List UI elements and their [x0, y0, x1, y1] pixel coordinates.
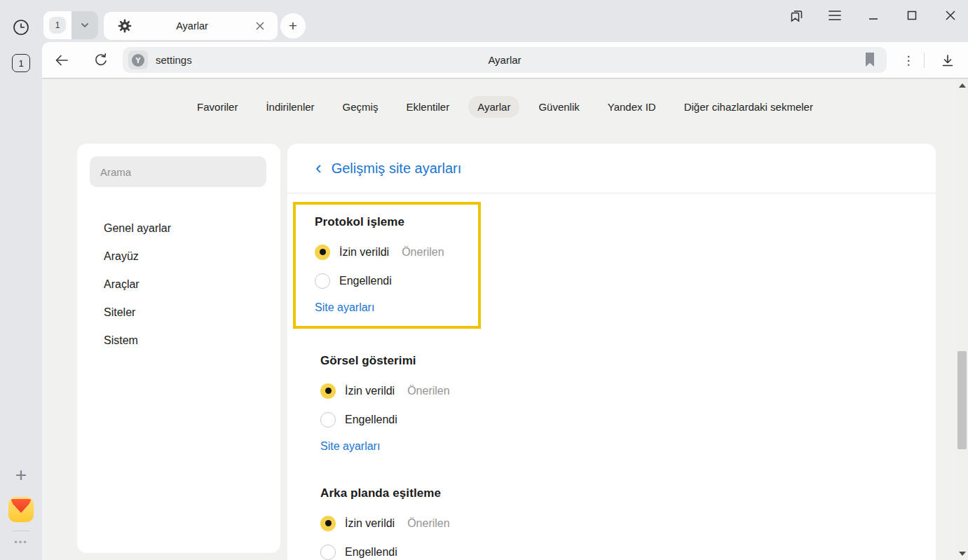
highlight-box: Protokol işleme İzin verildi Önerilen En…: [293, 202, 481, 329]
radio-option-engellendi[interactable]: Engellendi: [320, 405, 908, 434]
radio-option-izin-verildi[interactable]: İzin verildi Önerilen: [320, 509, 908, 538]
section-gorsel-gosterimi: Görsel gösterimi İzin verildi Önerilen E…: [320, 354, 908, 453]
tab-group-chevron[interactable]: [71, 11, 98, 39]
tab-title: Ayarlar: [132, 20, 252, 32]
tab-group-thumb[interactable]: 1: [43, 11, 71, 39]
history-clock-icon[interactable]: [12, 18, 30, 36]
radio-selected-icon[interactable]: [320, 383, 336, 399]
rail-add-icon[interactable]: +: [0, 464, 42, 486]
collections-icon[interactable]: [789, 8, 804, 23]
search-input[interactable]: [90, 156, 266, 187]
section-title: Görsel gösterimi: [320, 354, 908, 368]
radio-unselected-icon[interactable]: [320, 545, 336, 560]
window-controls: [789, 7, 958, 24]
tab-group-control[interactable]: 1: [43, 11, 98, 39]
option-label[interactable]: İzin verildi: [339, 246, 389, 259]
nav-favoriler[interactable]: Favoriler: [188, 96, 247, 118]
option-label[interactable]: Engellendi: [345, 414, 397, 426]
browser-toolbar: Y settings Ayarlar ⋮: [42, 42, 968, 78]
address-kebab-icon[interactable]: ⋮: [899, 50, 918, 70]
sidebar-item-arayuz[interactable]: Arayüz: [77, 243, 280, 271]
section-arka-planda-esitleme: Arka planda eşitleme İzin verildi Öneril…: [320, 486, 908, 560]
nav-gecmis[interactable]: Geçmiş: [334, 96, 388, 118]
section-title: Arka planda eşitleme: [320, 486, 908, 500]
scrollbar-thumb[interactable]: [957, 351, 967, 449]
nav-diger-cihazlar[interactable]: Diğer cihazlardaki sekmeler: [675, 96, 822, 118]
radio-option-izin-verildi[interactable]: İzin verildi Önerilen: [315, 238, 478, 266]
page-title: Ayarlar: [488, 54, 521, 66]
reload-icon[interactable]: [93, 52, 109, 69]
new-tab-button[interactable]: +: [280, 13, 306, 39]
section-title: Protokol işleme: [315, 215, 478, 229]
section-protokol-isleme: Protokol işleme İzin verildi Önerilen En…: [315, 215, 478, 314]
left-rail: 1 + •••: [0, 0, 42, 560]
tab-close-icon[interactable]: [252, 18, 268, 34]
settings-sidebar: Genel ayarlar Arayüz Araçlar Siteler Sis…: [77, 144, 280, 553]
radio-unselected-icon[interactable]: [320, 412, 336, 428]
rail-more-icon[interactable]: •••: [0, 537, 42, 547]
nav-eklentiler[interactable]: Eklentiler: [397, 96, 458, 118]
settings-content-card: ‹ Gelişmiş site ayarları Protokol işleme…: [287, 144, 936, 560]
site-settings-link[interactable]: Site ayarları: [315, 301, 374, 314]
maximize-icon[interactable]: [904, 8, 920, 23]
settings-nav: Favoriler İndirilenler Geçmiş Eklentiler…: [42, 79, 968, 134]
browser-tab-settings[interactable]: Ayarlar: [104, 12, 278, 40]
scroll-down-arrow-icon[interactable]: [959, 552, 966, 556]
sidebar-list: Genel ayarlar Arayüz Araçlar Siteler Sis…: [77, 214, 280, 355]
page-scrollbar[interactable]: [956, 79, 968, 560]
advanced-settings-header[interactable]: ‹ Gelişmiş site ayarları: [287, 144, 936, 193]
close-window-icon[interactable]: [943, 8, 958, 23]
tab-panel-counter[interactable]: 1: [12, 54, 30, 72]
radio-option-izin-verildi[interactable]: İzin verildi Önerilen: [320, 376, 908, 405]
back-icon[interactable]: [53, 52, 70, 69]
recommended-badge: Önerilen: [407, 385, 449, 397]
sidebar-item-siteler[interactable]: Siteler: [77, 299, 280, 327]
radio-option-engellendi[interactable]: Engellendi: [315, 266, 478, 295]
back-chevron-icon[interactable]: ‹: [315, 160, 322, 175]
tab-group-count: 1: [55, 20, 60, 30]
settings-page: Favoriler İndirilenler Geçmiş Eklentiler…: [42, 79, 968, 560]
sidebar-item-sistem[interactable]: Sistem: [77, 327, 280, 355]
downloads-icon[interactable]: [938, 51, 957, 71]
radio-selected-icon[interactable]: [320, 516, 336, 531]
radio-option-engellendi[interactable]: Engellendi: [320, 538, 908, 560]
rail-divider: [13, 531, 29, 531]
option-label[interactable]: İzin verildi: [345, 385, 395, 397]
tab-count-label: 1: [18, 58, 23, 69]
option-label[interactable]: Engellendi: [345, 546, 397, 559]
tab-strip: 1: [42, 0, 968, 42]
scroll-up-arrow-icon[interactable]: [959, 83, 966, 88]
yandex-favicon: Y: [132, 54, 144, 67]
advanced-settings-title[interactable]: Gelişmiş site ayarları: [332, 161, 462, 177]
gear-icon: [118, 19, 132, 33]
settings-sections: Protokol işleme İzin verildi Önerilen En…: [287, 193, 936, 560]
address-bar[interactable]: Y settings Ayarlar: [123, 47, 887, 73]
radio-selected-icon[interactable]: [315, 245, 330, 260]
nav-yandex-id[interactable]: Yandex ID: [599, 96, 665, 118]
mail-flap: [11, 499, 32, 516]
nav-indirilenler[interactable]: İndirilenler: [257, 96, 323, 118]
option-label[interactable]: İzin verildi: [345, 517, 395, 530]
site-favicon-badge[interactable]: Y: [128, 50, 148, 69]
sidebar-item-genel-ayarlar[interactable]: Genel ayarlar: [77, 214, 280, 243]
radio-unselected-icon[interactable]: [315, 273, 330, 289]
url-text[interactable]: settings: [156, 54, 192, 66]
nav-ayarlar[interactable]: Ayarlar: [468, 96, 519, 118]
toolbar-separator: [924, 53, 925, 68]
option-label[interactable]: Engellendi: [339, 275, 392, 287]
bookmark-flag-icon[interactable]: [864, 53, 875, 67]
nav-guvenlik[interactable]: Güvenlik: [529, 96, 588, 118]
recommended-badge: Önerilen: [407, 517, 449, 530]
minimize-icon[interactable]: [866, 8, 881, 23]
sidebar-item-araclar[interactable]: Araçlar: [77, 271, 280, 299]
menu-hamburger-icon[interactable]: [827, 8, 843, 23]
recommended-badge: Önerilen: [402, 246, 444, 259]
yandex-mail-icon[interactable]: [8, 497, 34, 522]
site-settings-link[interactable]: Site ayarları: [320, 440, 380, 453]
